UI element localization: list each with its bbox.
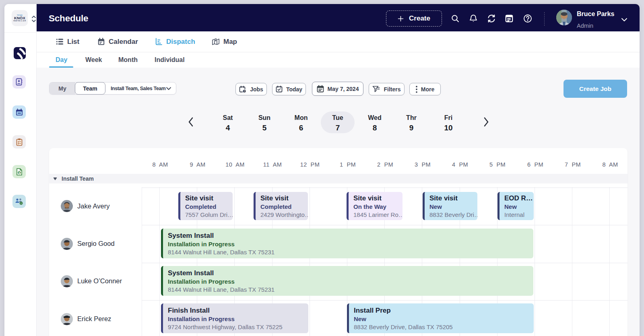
svg-text:!: ! xyxy=(244,90,245,93)
